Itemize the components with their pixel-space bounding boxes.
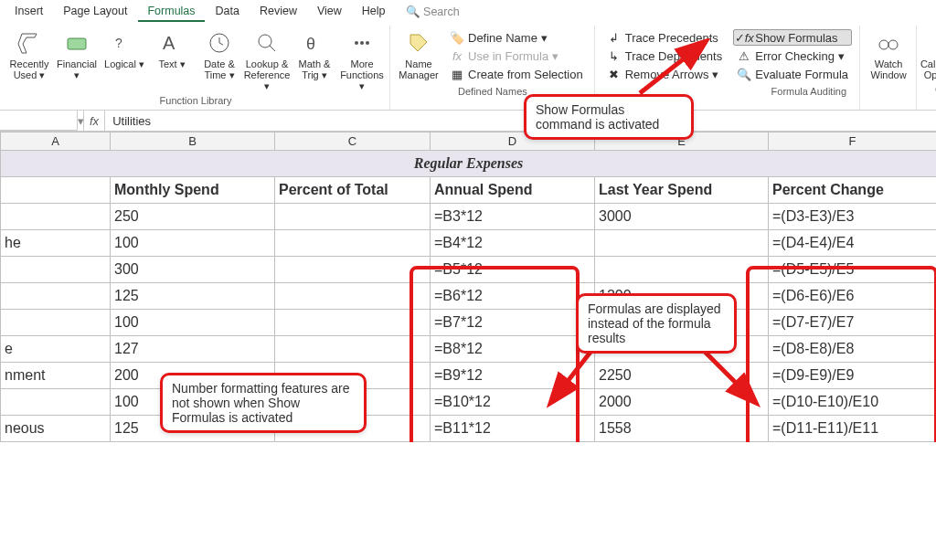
svg-point-4 xyxy=(259,35,271,48)
cell[interactable]: he xyxy=(1,230,111,257)
svg-text:θ: θ xyxy=(306,35,315,53)
svg-point-11 xyxy=(888,40,898,49)
col-header-b[interactable]: B xyxy=(111,132,275,151)
dots-icon xyxy=(348,29,376,57)
cell[interactable]: 300 xyxy=(111,257,275,283)
calculator-icon xyxy=(931,29,936,57)
calculation-options-button[interactable]: Calculation Options ▾ xyxy=(921,27,936,82)
tab-data[interactable]: Data xyxy=(207,2,249,22)
title-cell[interactable]: Regular Expenses xyxy=(1,151,937,177)
callout-formulas-displayed: Formulas are displayed instead of the fo… xyxy=(576,293,737,354)
tab-help[interactable]: Help xyxy=(353,2,395,22)
svg-point-8 xyxy=(360,41,364,45)
cell[interactable]: =B3*12 xyxy=(431,204,595,230)
magnify-icon: 🔍 xyxy=(737,67,751,81)
clock-icon xyxy=(206,29,233,57)
cell[interactable]: 1558 xyxy=(595,416,769,442)
search-placeholder: Search xyxy=(423,5,460,18)
ribbon: Recently Used ▾ Financial ▾ ? Logical ▾ … xyxy=(0,22,936,111)
search-box[interactable]: 🔍 Search xyxy=(397,2,469,22)
arrow-right-icon: ↳ xyxy=(607,48,622,63)
group-label: Defined Names xyxy=(458,84,527,99)
cell[interactable]: 100 xyxy=(111,310,275,336)
cell[interactable] xyxy=(275,310,431,336)
cell[interactable]: 125 xyxy=(111,283,275,310)
define-name-button[interactable]: 🏷️Define Name ▾ xyxy=(446,29,587,46)
cell[interactable]: 127 xyxy=(111,336,275,363)
cell[interactable]: =(D3-E3)/E3 xyxy=(769,204,937,230)
group-calculation: Calculation Options ▾ Calc xyxy=(918,26,936,110)
cell[interactable]: Annual Spend xyxy=(431,177,595,204)
evaluate-formula-button[interactable]: 🔍Evaluate Formula xyxy=(733,66,852,82)
callout-number-format: Number formatting features are not shown… xyxy=(160,373,367,433)
cell[interactable] xyxy=(275,204,431,230)
create-from-selection-button[interactable]: ▦Create from Selection xyxy=(446,66,587,82)
name-box[interactable] xyxy=(0,111,78,131)
header-row: Monthly Spend Percent of Total Annual Sp… xyxy=(1,177,937,204)
cell[interactable] xyxy=(1,257,111,283)
cell[interactable] xyxy=(1,283,111,310)
group-label: Formula Auditing xyxy=(771,84,856,99)
svg-line-16 xyxy=(640,43,704,93)
error-checking-button[interactable]: ⚠Error Checking ▾ xyxy=(733,48,852,64)
formula-value[interactable]: Utilities xyxy=(105,111,936,131)
col-header-c[interactable]: C xyxy=(275,132,431,151)
name-manager-button[interactable]: Name Manager xyxy=(395,27,442,82)
cell[interactable] xyxy=(275,283,431,310)
cell[interactable] xyxy=(595,230,769,257)
tag-icon: 🏷️ xyxy=(450,30,464,45)
cell[interactable]: Monthly Spend xyxy=(111,177,275,204)
lookup-button[interactable]: Lookup & Reference ▾ xyxy=(243,27,291,93)
cell[interactable]: Percent Change xyxy=(769,177,937,204)
show-formulas-button[interactable]: ✓fxShow Formulas xyxy=(733,29,852,46)
more-functions-button[interactable]: More Functions ▾ xyxy=(338,27,386,93)
warning-icon: ⚠ xyxy=(737,48,751,63)
date-time-button[interactable]: Date & Time ▾ xyxy=(196,27,243,82)
cell[interactable] xyxy=(595,257,769,283)
svg-line-5 xyxy=(270,46,275,51)
tab-view[interactable]: View xyxy=(308,2,351,22)
grid-wrap: A B C D E F Regular Expenses Monthly Spe… xyxy=(0,132,936,442)
cell[interactable]: 100 xyxy=(111,230,275,257)
tab-page-layout[interactable]: Page Layout xyxy=(54,2,136,22)
col-header-a[interactable]: A xyxy=(1,132,111,151)
tab-formulas[interactable]: Formulas xyxy=(138,2,204,22)
col-header-f[interactable]: F xyxy=(769,132,937,151)
financial-button[interactable]: Financial ▾ xyxy=(53,27,101,82)
cell[interactable]: Last Year Spend xyxy=(595,177,769,204)
cell[interactable]: neous xyxy=(1,416,111,442)
cell[interactable]: nment xyxy=(1,363,111,389)
x-arrows-icon: ✖ xyxy=(607,67,622,81)
cell[interactable] xyxy=(1,389,111,416)
svg-line-14 xyxy=(552,346,595,401)
ribbon-tabs: Insert Page Layout Formulas Data Review … xyxy=(0,0,936,22)
arrow-left-icon: ↲ xyxy=(607,30,622,45)
cell[interactable]: =(D4-E4)/E4 xyxy=(769,230,937,257)
table-row: 250=B3*123000=(D3-E3)/E3 xyxy=(1,204,937,230)
svg-point-7 xyxy=(355,41,358,45)
recently-used-button[interactable]: Recently Used ▾ xyxy=(5,27,53,82)
math-trig-button[interactable]: θ Math & Trig ▾ xyxy=(291,27,338,82)
cell[interactable] xyxy=(275,336,431,363)
cell[interactable] xyxy=(275,230,431,257)
cell[interactable]: e xyxy=(1,336,111,363)
fx-button[interactable]: fx xyxy=(84,111,105,131)
group-function-library: Recently Used ▾ Financial ▾ ? Logical ▾ … xyxy=(2,26,390,110)
name-box-drop[interactable]: ▾ xyxy=(78,111,84,131)
cell[interactable]: Percent of Total xyxy=(275,177,431,204)
cell[interactable]: 250 xyxy=(111,204,275,230)
tab-review[interactable]: Review xyxy=(250,2,306,22)
cell[interactable] xyxy=(1,177,111,204)
use-in-formula-button[interactable]: fxUse in Formula ▾ xyxy=(446,48,587,64)
callout-show-formulas: Show Formulas command is activated xyxy=(524,94,694,140)
cell[interactable]: =B4*12 xyxy=(431,230,595,257)
watch-window-button[interactable]: Watch Window xyxy=(865,27,912,82)
tab-insert[interactable]: Insert xyxy=(5,2,52,22)
table-row: he100=B4*12=(D4-E4)/E4 xyxy=(1,230,937,257)
logical-button[interactable]: ? Logical ▾ xyxy=(101,27,148,71)
text-button[interactable]: A Text ▾ xyxy=(148,27,196,71)
cell[interactable]: 3000 xyxy=(595,204,769,230)
cell[interactable] xyxy=(1,204,111,230)
cell[interactable] xyxy=(275,257,431,283)
cell[interactable] xyxy=(1,310,111,336)
